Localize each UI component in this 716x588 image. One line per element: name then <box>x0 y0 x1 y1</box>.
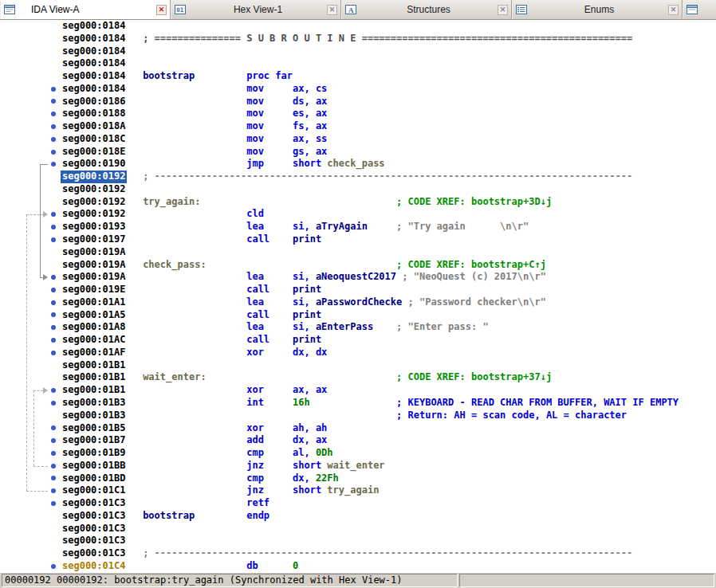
instruction-dot-icon[interactable] <box>51 288 56 292</box>
code-text: mov <box>246 96 264 108</box>
listing-line[interactable]: seg000:01C4db0 <box>0 560 716 573</box>
tab-hex-view-1[interactable]: 01 Hex View-1 ✕ <box>171 0 341 19</box>
listing-line[interactable]: seg000:01A8leasi, aEnterPass; "Enter pas… <box>0 321 716 334</box>
listing-line[interactable]: seg000:019Acheck_pass:; CODE XREF: boots… <box>0 259 716 272</box>
close-tab-icon[interactable]: ✕ <box>668 5 679 15</box>
listing-line[interactable]: seg000:0197callprint <box>0 233 716 246</box>
listing-line[interactable]: seg000:01A5callprint <box>0 309 716 322</box>
address-label: seg000:0184 <box>62 70 125 83</box>
code-text: mov <box>246 83 264 96</box>
instruction-dot-icon[interactable] <box>51 464 56 468</box>
close-tab-icon[interactable]: ✕ <box>327 5 337 15</box>
code-text: check_pass <box>327 158 384 171</box>
tab-ida-view-a[interactable]: IDA View-A ✕ <box>0 0 171 19</box>
code-text: ; "Enter pass: " <box>396 321 489 334</box>
listing-line[interactable]: seg000:01C3; ---------------------------… <box>0 547 716 560</box>
listing-line[interactable]: seg000:01B3; Return: AH = scan code, AL … <box>0 410 716 422</box>
instruction-dot-icon[interactable] <box>51 312 56 317</box>
instruction-dot-icon[interactable] <box>51 325 56 330</box>
instruction-dot-icon[interactable] <box>51 501 56 506</box>
instruction-dot-icon[interactable] <box>51 401 56 406</box>
listing-line[interactable]: seg000:01C3retf <box>0 497 716 510</box>
listing-line[interactable]: seg000:01A1leasi, aPasswordChecke; "Pass… <box>0 296 716 309</box>
listing-line[interactable]: seg000:019Ecallprint <box>0 284 716 296</box>
code-text: aEnterPass <box>316 321 373 334</box>
listing-line[interactable]: seg000:0188moves, ax <box>0 108 716 120</box>
instruction-dot-icon[interactable] <box>51 99 56 104</box>
listing-line[interactable]: seg000:019Aleasi, aNeoquestC2017; "NeoQu… <box>0 271 716 284</box>
instruction-dot-icon[interactable] <box>51 112 56 116</box>
listing-line[interactable]: seg000:01B1xorax, ax <box>0 384 716 397</box>
listing-line[interactable]: seg000:01C1jnzshort try_again <box>0 484 716 497</box>
instruction-dot-icon[interactable] <box>51 351 56 355</box>
listing-line[interactable]: seg000:01B3int16h; KEYBOARD - READ CHAR … <box>0 397 716 410</box>
code-text: aPasswordChecke <box>316 296 402 309</box>
instruction-dot-icon[interactable] <box>51 564 56 569</box>
listing-line[interactable]: seg000:01C3 <box>0 523 716 535</box>
listing-line[interactable]: seg000:01C3 <box>0 535 716 547</box>
hex-view-icon: 01 <box>175 4 186 15</box>
listing-line[interactable]: seg000:01B5xorah, ah <box>0 422 716 435</box>
listing-line[interactable]: seg000:01B1wait_enter:; CODE XREF: boots… <box>0 371 716 384</box>
listing-line[interactable]: seg000:01AFxordx, dx <box>0 347 716 359</box>
instruction-dot-icon[interactable] <box>51 338 56 343</box>
instruction-dot-icon[interactable] <box>51 388 56 393</box>
instruction-dot-icon[interactable] <box>51 488 56 493</box>
listing-line[interactable]: seg000:0192; ---------------------------… <box>0 171 716 183</box>
listing-line[interactable]: seg000:0192 <box>0 183 716 196</box>
instruction-dot-icon[interactable] <box>51 137 56 142</box>
address-label: seg000:01AF <box>62 347 125 359</box>
ida-view-icon <box>4 4 15 15</box>
instruction-dot-icon[interactable] <box>51 212 56 217</box>
listing-line[interactable]: seg000:01B7adddx, ax <box>0 434 716 447</box>
listing-line[interactable]: seg000:0184; =============== S U B R O U… <box>0 33 716 45</box>
listing-line[interactable]: seg000:018Amovfs, ax <box>0 120 716 133</box>
tab-structures[interactable]: A Structures ✕ <box>341 0 512 19</box>
listing-line[interactable]: seg000:01ACcallprint <box>0 334 716 347</box>
code-text: es, ax <box>293 108 327 120</box>
instruction-dot-icon[interactable] <box>51 275 56 280</box>
instruction-dot-icon[interactable] <box>51 225 56 229</box>
listing-line[interactable]: seg000:0192try_again:; CODE XREF: bootst… <box>0 196 716 209</box>
listing-line[interactable]: seg000:01B1 <box>0 359 716 372</box>
listing-line[interactable]: seg000:01C3bootstrapendp <box>0 510 716 523</box>
listing-line[interactable]: seg000:0192cld <box>0 208 716 221</box>
instruction-dot-icon[interactable] <box>51 162 56 167</box>
instruction-dot-icon[interactable] <box>51 87 56 92</box>
instruction-dot-icon[interactable] <box>51 438 56 443</box>
code-text: cmp <box>246 472 264 485</box>
listing-line[interactable]: seg000:0184movax, cs <box>0 83 716 96</box>
tab-extra[interactable] <box>683 0 716 19</box>
instruction-dot-icon[interactable] <box>51 476 56 480</box>
address-label: seg000:01B3 <box>62 397 125 410</box>
instruction-dot-icon[interactable] <box>51 150 56 155</box>
listing-line[interactable]: seg000:0184 <box>0 45 716 58</box>
listing-line[interactable]: seg000:01BDcmpdx, 22Fh <box>0 472 716 485</box>
address-label: seg000:0192 <box>62 196 125 209</box>
listing-line[interactable]: seg000:019A <box>0 246 716 259</box>
listing-line[interactable]: seg000:0184bootstrapproc far <box>0 70 716 83</box>
code-text: 16h <box>293 397 310 410</box>
listing-line[interactable]: seg000:01B9cmpal, 0Dh <box>0 447 716 460</box>
instruction-dot-icon[interactable] <box>51 237 56 242</box>
instruction-dot-icon[interactable] <box>51 451 56 456</box>
disassembly-listing[interactable]: seg000:0184seg000:0184; =============== … <box>0 20 716 573</box>
listing-line[interactable]: seg000:0184 <box>0 57 716 70</box>
close-tab-icon[interactable]: ✕ <box>156 5 167 15</box>
listing-line[interactable]: seg000:01BBjnzshort wait_enter <box>0 460 716 472</box>
tab-enums[interactable]: Enums ✕ <box>512 0 683 19</box>
listing-line[interactable]: seg000:0186movds, ax <box>0 96 716 108</box>
listing-line[interactable]: seg000:018Emovgs, ax <box>0 146 716 159</box>
instruction-dot-icon[interactable] <box>51 124 56 129</box>
listing-line[interactable]: seg000:0193leasi, aTryAgain; "Try again … <box>0 221 716 233</box>
code-text: wait_enter: <box>143 371 206 384</box>
instruction-dot-icon[interactable] <box>51 425 56 430</box>
listing-line[interactable]: seg000:0190jmpshort check_pass <box>0 158 716 171</box>
instruction-dot-icon[interactable] <box>51 300 56 305</box>
address-label: seg000:019E <box>62 284 125 296</box>
address-label: seg000:01C1 <box>62 484 125 497</box>
listing-line[interactable]: seg000:0184 <box>0 20 716 33</box>
listing-line[interactable]: seg000:018Cmovax, ss <box>0 133 716 146</box>
close-tab-icon[interactable]: ✕ <box>498 5 508 15</box>
code-text: ; --------------------------------------… <box>143 171 632 183</box>
